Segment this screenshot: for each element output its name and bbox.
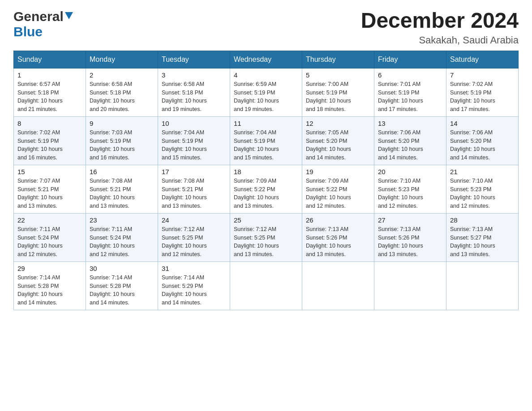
week-row-4: 22 Sunrise: 7:11 AMSunset: 5:24 PMDaylig… (14, 213, 519, 261)
logo: General Blue (13, 9, 73, 39)
day-number: 13 (378, 120, 442, 127)
calendar-cell: 25 Sunrise: 7:12 AMSunset: 5:25 PMDaylig… (230, 213, 302, 261)
day-number: 5 (306, 71, 370, 79)
week-row-3: 15 Sunrise: 7:07 AMSunset: 5:21 PMDaylig… (14, 165, 519, 213)
logo-triangle-icon (65, 12, 73, 21)
day-number: 19 (306, 168, 370, 176)
day-info: Sunrise: 7:14 AMSunset: 5:29 PMDaylight:… (162, 274, 207, 306)
calendar-cell: 9 Sunrise: 7:03 AMSunset: 5:19 PMDayligh… (86, 116, 158, 165)
day-info: Sunrise: 7:02 AMSunset: 5:19 PMDaylight:… (450, 81, 495, 112)
calendar-cell (446, 261, 519, 310)
calendar-cell (302, 261, 374, 310)
day-info: Sunrise: 7:02 AMSunset: 5:19 PMDaylight:… (17, 129, 63, 161)
day-number: 21 (450, 168, 515, 176)
day-info: Sunrise: 7:08 AMSunset: 5:21 PMDaylight:… (162, 178, 207, 209)
calendar-cell: 8 Sunrise: 7:02 AMSunset: 5:19 PMDayligh… (14, 116, 86, 165)
day-number: 7 (450, 71, 515, 79)
day-number: 23 (90, 216, 154, 224)
calendar-cell: 21 Sunrise: 7:10 AMSunset: 5:23 PMDaylig… (446, 165, 519, 213)
day-info: Sunrise: 7:05 AMSunset: 5:20 PMDaylight:… (306, 129, 351, 161)
calendar-cell: 13 Sunrise: 7:06 AMSunset: 5:20 PMDaylig… (374, 116, 446, 165)
calendar-cell: 17 Sunrise: 7:08 AMSunset: 5:21 PMDaylig… (158, 165, 230, 213)
day-number: 25 (234, 216, 298, 224)
weekday-header-row: SundayMondayTuesdayWednesdayThursdayFrid… (14, 51, 519, 68)
day-number: 26 (306, 216, 370, 224)
calendar-cell (374, 261, 446, 310)
day-info: Sunrise: 7:07 AMSunset: 5:21 PMDaylight:… (17, 178, 63, 209)
day-number: 15 (17, 168, 82, 176)
day-number: 31 (162, 265, 226, 272)
day-info: Sunrise: 7:12 AMSunset: 5:25 PMDaylight:… (162, 226, 207, 257)
calendar-cell: 18 Sunrise: 7:09 AMSunset: 5:22 PMDaylig… (230, 165, 302, 213)
day-number: 27 (378, 216, 442, 224)
day-number: 14 (450, 120, 515, 127)
calendar-cell: 16 Sunrise: 7:08 AMSunset: 5:21 PMDaylig… (86, 165, 158, 213)
weekday-header-monday: Monday (86, 51, 158, 68)
day-number: 29 (17, 265, 82, 272)
calendar-cell: 31 Sunrise: 7:14 AMSunset: 5:29 PMDaylig… (158, 261, 230, 310)
day-info: Sunrise: 7:11 AMSunset: 5:24 PMDaylight:… (90, 226, 135, 257)
calendar-cell: 3 Sunrise: 6:58 AMSunset: 5:18 PMDayligh… (158, 68, 230, 116)
day-info: Sunrise: 7:12 AMSunset: 5:25 PMDaylight:… (234, 226, 279, 257)
day-info: Sunrise: 7:06 AMSunset: 5:20 PMDaylight:… (450, 129, 495, 161)
day-info: Sunrise: 6:59 AMSunset: 5:19 PMDaylight:… (234, 81, 279, 112)
day-number: 16 (90, 168, 154, 176)
calendar-cell: 11 Sunrise: 7:04 AMSunset: 5:19 PMDaylig… (230, 116, 302, 165)
calendar-cell: 2 Sunrise: 6:58 AMSunset: 5:18 PMDayligh… (86, 68, 158, 116)
weekday-header-thursday: Thursday (302, 51, 374, 68)
calendar-cell: 28 Sunrise: 7:13 AMSunset: 5:27 PMDaylig… (446, 213, 519, 261)
calendar-cell: 24 Sunrise: 7:12 AMSunset: 5:25 PMDaylig… (158, 213, 230, 261)
day-info: Sunrise: 7:14 AMSunset: 5:28 PMDaylight:… (90, 274, 135, 306)
day-info: Sunrise: 7:13 AMSunset: 5:26 PMDaylight:… (306, 226, 351, 257)
calendar-cell: 15 Sunrise: 7:07 AMSunset: 5:21 PMDaylig… (14, 165, 86, 213)
day-number: 18 (234, 168, 298, 176)
day-number: 20 (378, 168, 442, 176)
calendar-cell: 4 Sunrise: 6:59 AMSunset: 5:19 PMDayligh… (230, 68, 302, 116)
calendar-cell: 30 Sunrise: 7:14 AMSunset: 5:28 PMDaylig… (86, 261, 158, 310)
calendar-cell: 29 Sunrise: 7:14 AMSunset: 5:28 PMDaylig… (14, 261, 86, 310)
day-info: Sunrise: 7:10 AMSunset: 5:23 PMDaylight:… (450, 178, 495, 209)
day-number: 8 (17, 120, 82, 127)
weekday-header-tuesday: Tuesday (158, 51, 230, 68)
day-info: Sunrise: 6:58 AMSunset: 5:18 PMDaylight:… (90, 81, 135, 112)
calendar-table: SundayMondayTuesdayWednesdayThursdayFrid… (13, 51, 519, 310)
svg-marker-0 (65, 12, 73, 19)
day-info: Sunrise: 7:09 AMSunset: 5:22 PMDaylight:… (306, 178, 351, 209)
calendar-cell: 12 Sunrise: 7:05 AMSunset: 5:20 PMDaylig… (302, 116, 374, 165)
day-number: 11 (234, 120, 298, 127)
day-number: 22 (17, 216, 82, 224)
week-row-2: 8 Sunrise: 7:02 AMSunset: 5:19 PMDayligh… (14, 116, 519, 165)
day-info: Sunrise: 7:08 AMSunset: 5:21 PMDaylight:… (90, 178, 135, 209)
day-number: 12 (306, 120, 370, 127)
day-info: Sunrise: 7:03 AMSunset: 5:19 PMDaylight:… (90, 129, 135, 161)
calendar-cell: 7 Sunrise: 7:02 AMSunset: 5:19 PMDayligh… (446, 68, 519, 116)
calendar-cell: 23 Sunrise: 7:11 AMSunset: 5:24 PMDaylig… (86, 213, 158, 261)
day-info: Sunrise: 6:58 AMSunset: 5:18 PMDaylight:… (162, 81, 207, 112)
day-info: Sunrise: 6:57 AMSunset: 5:18 PMDaylight:… (17, 81, 63, 112)
day-info: Sunrise: 7:11 AMSunset: 5:24 PMDaylight:… (17, 226, 63, 257)
day-info: Sunrise: 7:04 AMSunset: 5:19 PMDaylight:… (162, 129, 207, 161)
day-number: 10 (162, 120, 226, 127)
logo-blue-text: Blue (13, 24, 43, 39)
day-info: Sunrise: 7:01 AMSunset: 5:19 PMDaylight:… (378, 81, 423, 112)
location-subtitle: Sakakah, Saudi Arabia (361, 34, 519, 46)
day-number: 30 (90, 265, 154, 272)
day-number: 1 (17, 71, 82, 79)
day-number: 17 (162, 168, 226, 176)
day-number: 2 (90, 71, 154, 79)
calendar-cell: 14 Sunrise: 7:06 AMSunset: 5:20 PMDaylig… (446, 116, 519, 165)
weekday-header-friday: Friday (374, 51, 446, 68)
day-number: 3 (162, 71, 226, 79)
calendar-cell: 20 Sunrise: 7:10 AMSunset: 5:23 PMDaylig… (374, 165, 446, 213)
title-area: December 2024 Sakakah, Saudi Arabia (361, 9, 519, 46)
day-number: 24 (162, 216, 226, 224)
day-number: 4 (234, 71, 298, 79)
day-info: Sunrise: 7:04 AMSunset: 5:19 PMDaylight:… (234, 129, 279, 161)
calendar-cell: 27 Sunrise: 7:13 AMSunset: 5:26 PMDaylig… (374, 213, 446, 261)
day-info: Sunrise: 7:09 AMSunset: 5:22 PMDaylight:… (234, 178, 279, 209)
weekday-header-sunday: Sunday (14, 51, 86, 68)
logo-general-text: General (13, 9, 64, 24)
calendar-cell: 26 Sunrise: 7:13 AMSunset: 5:26 PMDaylig… (302, 213, 374, 261)
week-row-5: 29 Sunrise: 7:14 AMSunset: 5:28 PMDaylig… (14, 261, 519, 310)
calendar-cell: 1 Sunrise: 6:57 AMSunset: 5:18 PMDayligh… (14, 68, 86, 116)
